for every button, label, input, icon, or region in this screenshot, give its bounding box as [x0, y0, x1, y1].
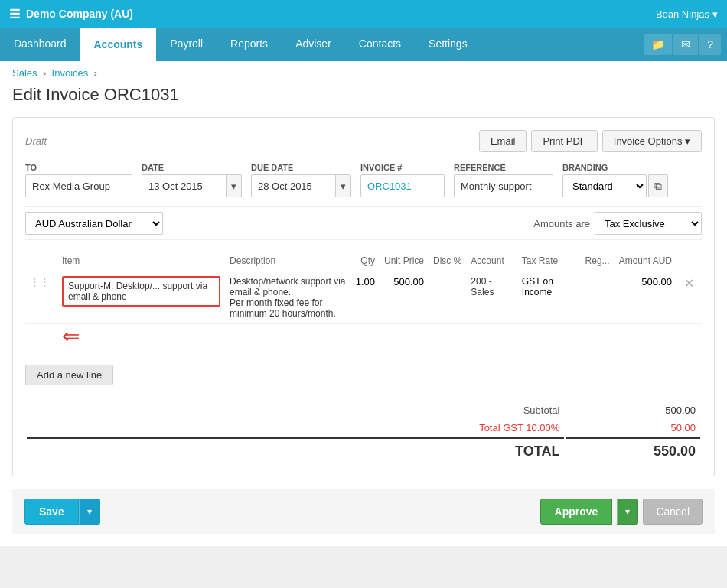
totals-section: Subtotal 500.00 Total GST 10.00% 50.00 T…	[25, 401, 702, 463]
breadcrumb-sep2: ›	[94, 67, 97, 79]
amount-cell: 500.00	[615, 271, 676, 324]
mail-icon-btn[interactable]: ✉	[673, 34, 698, 55]
page-title: Edit Invoice ORC1031	[12, 82, 715, 117]
fields-row: To Date ▾ Due Date ▾ Invoice #	[25, 163, 702, 197]
status-badge: Draft	[25, 135, 47, 147]
col-account: Account	[466, 251, 517, 271]
branding-label: Branding	[562, 163, 668, 172]
tax-rate-cell: GST on Income	[517, 271, 581, 324]
amounts-label: Amounts are	[533, 218, 590, 229]
date-input[interactable]	[142, 174, 226, 197]
item-cell[interactable]: Support-M: Desktop/... support via email…	[62, 276, 220, 307]
field-due-date: Due Date ▾	[251, 163, 351, 197]
nav-accounts[interactable]: Accounts	[80, 28, 157, 61]
nav-payroll[interactable]: Payroll	[156, 28, 217, 61]
due-date-dropdown-icon[interactable]: ▾	[335, 174, 351, 197]
reference-input[interactable]	[454, 174, 553, 197]
form-header: Draft Email Print PDF Invoice Options ▾	[25, 130, 702, 152]
subtotal-row: Subtotal 500.00	[27, 402, 700, 418]
company-name: Demo Company (AU)	[26, 8, 133, 20]
col-amount: Amount AUD	[615, 251, 676, 271]
save-button[interactable]: Save	[24, 499, 79, 525]
to-input[interactable]	[25, 174, 132, 197]
annotation-row: ⇐	[25, 324, 702, 352]
description-cell: Desktop/network support via email & phon…	[225, 271, 351, 324]
reference-label: Reference	[454, 163, 553, 172]
date-dropdown-icon[interactable]: ▾	[226, 174, 242, 197]
gst-row: Total GST 10.00% 50.00	[27, 420, 700, 436]
qty-cell: 1.00	[351, 271, 380, 324]
line-items-table: Item Description Qty Unit Price Disc % A…	[25, 251, 702, 352]
date-label: Date	[142, 163, 242, 172]
save-button-group: Save ▾	[24, 499, 100, 525]
amounts-select[interactable]: Tax Exclusive	[595, 212, 702, 235]
currency-row: AUD Australian Dollar Amounts are Tax Ex…	[25, 206, 702, 240]
total-value: 550.00	[566, 437, 700, 462]
branding-select[interactable]: Standard	[562, 174, 647, 197]
col-qty: Qty	[351, 251, 380, 271]
invoice-num-label: Invoice #	[360, 163, 445, 172]
copy-icon[interactable]: ⧉	[648, 174, 668, 197]
col-reg: Reg...	[581, 251, 615, 271]
top-bar: ☰ Demo Company (AU) Bean Ninjas ▾	[0, 0, 727, 28]
folder-icon-btn[interactable]: 📁	[644, 34, 672, 55]
nav-reports[interactable]: Reports	[217, 28, 282, 61]
disc-cell	[429, 271, 466, 324]
print-pdf-button[interactable]: Print PDF	[531, 130, 597, 152]
col-disc: Disc %	[429, 251, 466, 271]
account-cell: 200 - Sales	[466, 271, 517, 324]
drag-handle[interactable]: ⋮⋮	[30, 276, 53, 288]
bottom-bar: Save ▾ Approve ▾ Cancel	[12, 489, 715, 534]
invoice-num-input[interactable]	[360, 174, 445, 197]
cancel-button[interactable]: Cancel	[643, 499, 703, 525]
due-date-input[interactable]	[251, 174, 335, 197]
nav-settings[interactable]: Settings	[415, 28, 481, 61]
subtotal-value: 500.00	[566, 402, 700, 418]
breadcrumb-invoices[interactable]: Invoices	[52, 67, 89, 79]
field-date: Date ▾	[142, 163, 242, 197]
totals-table: Subtotal 500.00 Total GST 10.00% 50.00 T…	[25, 401, 702, 463]
hamburger-icon[interactable]: ☰	[9, 7, 20, 21]
table-row: ⋮⋮ Support-M: Desktop/... support via em…	[25, 271, 702, 324]
remove-line-button[interactable]: ✕	[681, 277, 697, 290]
user-name: Bean Ninjas	[656, 8, 709, 20]
breadcrumb-sales[interactable]: Sales	[12, 67, 37, 79]
email-button[interactable]: Email	[479, 130, 527, 152]
field-branding: Branding Standard ⧉	[562, 163, 668, 197]
col-item: Item	[57, 251, 225, 271]
field-reference: Reference	[454, 163, 553, 197]
nav-contacts[interactable]: Contacts	[345, 28, 415, 61]
due-date-label: Due Date	[251, 163, 351, 172]
approve-cancel-group: Approve ▾ Cancel	[540, 499, 703, 525]
col-description: Description	[225, 251, 351, 271]
to-label: To	[25, 163, 132, 172]
total-label: TOTAL	[27, 437, 564, 462]
subtotal-label: Subtotal	[27, 402, 564, 418]
field-to: To	[25, 163, 132, 197]
total-row: TOTAL 550.00	[27, 437, 700, 462]
invoice-form-card: Draft Email Print PDF Invoice Options ▾ …	[12, 117, 715, 476]
nav-bar: Dashboard Accounts Payroll Reports Advis…	[0, 28, 727, 61]
user-dropdown-icon: ▾	[712, 8, 718, 20]
red-arrow-annotation: ⇐	[62, 324, 80, 348]
currency-select[interactable]: AUD Australian Dollar	[25, 212, 163, 235]
col-unit-price: Unit Price	[380, 251, 429, 271]
breadcrumb: Sales › Invoices ›	[12, 61, 715, 82]
nav-adviser[interactable]: Adviser	[282, 28, 345, 61]
user-menu[interactable]: Bean Ninjas ▾	[656, 8, 718, 20]
approve-button[interactable]: Approve	[540, 499, 613, 525]
field-invoice-num: Invoice #	[360, 163, 445, 197]
breadcrumb-sep1: ›	[43, 67, 46, 79]
main-content: Sales › Invoices › Edit Invoice ORC1031 …	[0, 61, 727, 546]
approve-dropdown-button[interactable]: ▾	[617, 499, 638, 525]
col-tax-rate: Tax Rate	[517, 251, 581, 271]
gst-value: 50.00	[566, 420, 700, 436]
unit-price-cell: 500.00	[380, 271, 429, 324]
nav-dashboard[interactable]: Dashboard	[0, 28, 80, 61]
add-new-line-button[interactable]: Add a new line	[25, 365, 113, 385]
help-icon-btn[interactable]: ?	[699, 34, 721, 55]
reg-cell	[581, 271, 615, 324]
invoice-options-button[interactable]: Invoice Options ▾	[602, 130, 702, 152]
save-dropdown-button[interactable]: ▾	[79, 499, 100, 525]
toolbar-buttons: Email Print PDF Invoice Options ▾	[479, 130, 702, 152]
